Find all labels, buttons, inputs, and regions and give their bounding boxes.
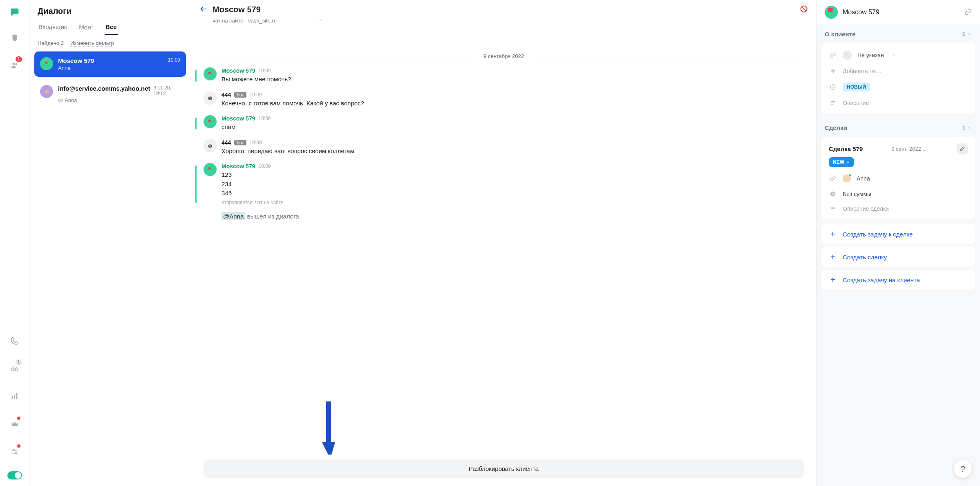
create-task-client-button[interactable]: Создать задачу на клиента bbox=[821, 270, 975, 290]
nav-settings-icon[interactable] bbox=[7, 444, 23, 460]
message-time: 10:09 bbox=[250, 140, 262, 145]
nav-binoculars-icon[interactable]: 1 bbox=[7, 360, 23, 377]
chat-header: Moscow 579 bbox=[191, 0, 816, 16]
conv-subtitle: Anna bbox=[58, 65, 180, 71]
nav-phone-icon[interactable] bbox=[7, 332, 23, 349]
chevron-down-icon bbox=[891, 52, 896, 58]
conv-time: 10:09 bbox=[168, 57, 180, 64]
lines-icon bbox=[829, 100, 837, 106]
dialogs-title: Диалоги bbox=[29, 0, 191, 19]
edit-deal-button[interactable] bbox=[957, 143, 968, 154]
chevron-down-icon[interactable] bbox=[318, 18, 323, 24]
block-icon[interactable] bbox=[800, 5, 808, 14]
svg-point-3 bbox=[15, 63, 17, 65]
svg-rect-8 bbox=[16, 393, 17, 399]
message-text: Вы можете мне помочь? bbox=[222, 75, 804, 84]
client-name: Moscow 579 bbox=[843, 9, 960, 16]
unblock-button[interactable]: Разблокировать клиента bbox=[204, 459, 804, 478]
plus-icon bbox=[829, 230, 837, 238]
chevron-up-icon bbox=[967, 32, 972, 37]
message-author: 444 bbox=[222, 91, 231, 98]
hash-icon bbox=[829, 68, 837, 74]
create-task-deal-button[interactable]: Создать задачу к сделке bbox=[821, 224, 975, 244]
svg-point-14 bbox=[209, 98, 210, 98]
svg-point-15 bbox=[210, 98, 211, 98]
create-deal-button[interactable]: Создать сделку bbox=[821, 247, 975, 267]
chevron-up-icon bbox=[967, 125, 972, 130]
deal-desc-row[interactable]: Описание сделки bbox=[821, 201, 975, 216]
change-filter-link[interactable]: Изменить фильтр bbox=[70, 40, 114, 47]
description-row[interactable]: Описание bbox=[821, 96, 975, 110]
bot-avatar-icon bbox=[204, 91, 217, 105]
message-meta: отправляется: чат на сайте bbox=[222, 200, 804, 205]
message-text: Конечно, я готов вам помочь. Какой у вас… bbox=[222, 99, 804, 108]
visitors-badge: 1 bbox=[16, 56, 22, 62]
chat-message: 444бот10:09Конечно, я готов вам помочь. … bbox=[204, 91, 804, 108]
deals-section-header[interactable]: Сделки 1 bbox=[817, 118, 980, 137]
svg-text:$: $ bbox=[832, 192, 834, 196]
about-section-header[interactable]: О клиенте 1 bbox=[817, 25, 980, 43]
nav-visitors-icon[interactable]: 1 bbox=[7, 57, 23, 74]
svg-point-9 bbox=[13, 450, 14, 451]
deal-stage-pill[interactable]: NEW bbox=[829, 157, 854, 167]
svg-rect-13 bbox=[208, 97, 212, 100]
bot-badge: бот bbox=[234, 140, 246, 145]
bot-avatar-icon bbox=[204, 139, 217, 152]
link-icon bbox=[829, 175, 837, 182]
back-arrow-icon[interactable] bbox=[199, 5, 208, 14]
date-separator: 9 сентября 2022 bbox=[204, 53, 804, 59]
message-time: 10:09 bbox=[258, 68, 271, 74]
dialogs-panel: Диалоги Входящие Мои1 Все Найдено 2 Изме… bbox=[29, 0, 191, 486]
chevron-down-icon bbox=[846, 160, 850, 164]
conversation-item[interactable]: Moscow 57910:09 Anna bbox=[34, 51, 186, 77]
tab-inbox[interactable]: Входящие bbox=[38, 19, 68, 35]
svg-point-17 bbox=[209, 146, 210, 146]
owner-row[interactable]: Не указан bbox=[821, 47, 975, 64]
found-count: Найдено 2 bbox=[38, 40, 64, 47]
message-author: Moscow 579 bbox=[222, 163, 255, 169]
message-text: 123234345 bbox=[222, 170, 804, 198]
conversation-list: Moscow 57910:09 Anna info@service.comms.… bbox=[29, 51, 191, 109]
conversation-item[interactable]: info@service.comms.yahoo.net9.11.20, 19:… bbox=[34, 79, 186, 109]
help-button[interactable]: ? bbox=[954, 460, 972, 478]
nav-operators-icon[interactable] bbox=[7, 29, 23, 46]
mail-icon bbox=[58, 98, 63, 103]
chat-title: Moscow 579 bbox=[213, 5, 795, 14]
client-panel: Moscow 579 О клиенте 1 Не указан Добавит… bbox=[817, 0, 980, 486]
deal-title: Сделка 579 bbox=[829, 145, 863, 152]
svg-point-2 bbox=[12, 63, 15, 65]
owner-avatar-icon bbox=[843, 51, 852, 60]
flag-avatar-icon bbox=[40, 57, 53, 70]
crown-avatar-icon bbox=[40, 85, 53, 98]
copy-link-icon[interactable] bbox=[964, 8, 972, 17]
chat-message: Moscow 57910:09Вы можете мне помочь? bbox=[204, 67, 804, 84]
plus-icon bbox=[829, 276, 837, 284]
conv-title: Moscow 579 bbox=[58, 57, 94, 64]
nav-stats-icon[interactable] bbox=[7, 388, 23, 404]
lines-icon bbox=[829, 205, 837, 212]
chat-message: Moscow 57910:09спам bbox=[204, 115, 804, 132]
message-time: 10:09 bbox=[250, 92, 262, 98]
flag-avatar-icon bbox=[204, 163, 217, 176]
deal-assignee-row[interactable]: Anna bbox=[821, 170, 975, 187]
nav-crown-icon[interactable] bbox=[7, 416, 23, 432]
status-row[interactable]: НОВЫЙ bbox=[821, 78, 975, 96]
message-author: Moscow 579 bbox=[222, 115, 255, 122]
online-toggle[interactable] bbox=[7, 471, 22, 479]
client-header: Moscow 579 bbox=[817, 0, 980, 25]
tab-all[interactable]: Все bbox=[105, 19, 118, 35]
tag-row[interactable]: Добавить тег... bbox=[821, 64, 975, 78]
deal-sum-row[interactable]: $ Без суммы bbox=[821, 187, 975, 201]
about-card: Не указан Добавить тег... НОВЫЙ Описание bbox=[821, 43, 975, 114]
logo-icon bbox=[9, 7, 20, 18]
plus-icon bbox=[829, 253, 837, 261]
bot-badge: бот bbox=[234, 92, 246, 98]
chat-panel: Moscow 579 чат на сайте·vash_site.ru - 9… bbox=[191, 0, 817, 486]
chat-message: 444бот10:09Хорошо, передаю ваш вопрос св… bbox=[204, 139, 804, 156]
svg-point-4 bbox=[11, 368, 14, 371]
binoculars-badge: 1 bbox=[16, 359, 22, 365]
nav-rail: 1 1 bbox=[0, 0, 29, 486]
annotation-arrow-icon bbox=[322, 401, 338, 455]
deal-header: Сделка 579 9 сент. 2022 г. bbox=[821, 140, 975, 156]
tab-mine[interactable]: Мои1 bbox=[78, 19, 95, 35]
